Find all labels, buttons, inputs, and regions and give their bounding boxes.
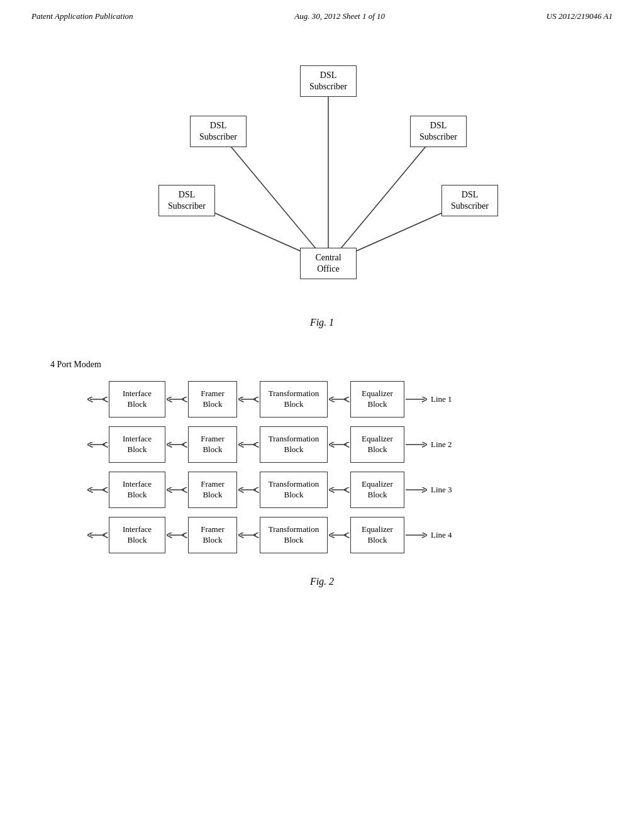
interface-block-1: InterfaceBlock bbox=[109, 381, 165, 418]
interface-block-4: InterfaceBlock bbox=[109, 517, 165, 553]
arrow-left-in-4 bbox=[86, 529, 109, 541]
framer-block-3: FramerBlock bbox=[188, 472, 237, 508]
node-top: DSLSubscriber bbox=[300, 65, 357, 97]
node-left2: DSLSubscriber bbox=[158, 185, 215, 216]
line-label-3: Line 3 bbox=[431, 485, 452, 495]
arrow-fr-tr-2 bbox=[237, 438, 260, 451]
modem-diagram: InterfaceBlock FramerBlock Transformatio… bbox=[86, 381, 558, 562]
arrow-fr-tr-3 bbox=[237, 484, 260, 496]
arrow-right-out-1 bbox=[404, 393, 427, 406]
interface-block-3: InterfaceBlock bbox=[109, 472, 165, 508]
fig1-diagram: DSLSubscriber DSLSubscriber DSLSubscribe… bbox=[140, 59, 504, 311]
transformation-block-2: TransformationBlock bbox=[260, 426, 328, 463]
arrow-if-fr-2 bbox=[165, 438, 188, 451]
fig1-label: Fig. 1 bbox=[310, 317, 334, 328]
equalizer-block-2: EqualizerBlock bbox=[350, 426, 404, 463]
arrow-tr-eq-3 bbox=[328, 484, 350, 496]
arrow-if-fr-3 bbox=[165, 484, 188, 496]
header-left: Patent Application Publication bbox=[31, 11, 133, 21]
line-label-4: Line 4 bbox=[431, 530, 452, 540]
framer-block-4: FramerBlock bbox=[188, 517, 237, 553]
arrow-tr-eq-4 bbox=[328, 529, 350, 541]
node-right1: DSLSubscriber bbox=[410, 116, 467, 147]
fig2-label: Fig. 2 bbox=[310, 576, 334, 587]
node-left1: DSLSubscriber bbox=[190, 116, 247, 147]
equalizer-block-3: EqualizerBlock bbox=[350, 472, 404, 508]
modem-row-4: InterfaceBlock FramerBlock Transformatio… bbox=[86, 517, 558, 553]
line-label-2: Line 2 bbox=[431, 440, 452, 450]
framer-block-2: FramerBlock bbox=[188, 426, 237, 463]
modem-row-1: InterfaceBlock FramerBlock Transformatio… bbox=[86, 381, 558, 418]
transformation-block-1: TransformationBlock bbox=[260, 381, 328, 418]
arrow-tr-eq-1 bbox=[328, 393, 350, 406]
fig2-title: 4 Port Modem bbox=[50, 360, 101, 370]
node-right2: DSLSubscriber bbox=[441, 185, 498, 216]
arrow-right-out-4 bbox=[404, 529, 427, 541]
modem-row-3: InterfaceBlock FramerBlock Transformatio… bbox=[86, 472, 558, 508]
svg-line-1 bbox=[218, 131, 328, 263]
line-label-1: Line 1 bbox=[431, 394, 452, 404]
node-center: CentralOffice bbox=[300, 248, 357, 279]
modem-row-2: InterfaceBlock FramerBlock Transformatio… bbox=[86, 426, 558, 463]
equalizer-block-1: EqualizerBlock bbox=[350, 381, 404, 418]
transformation-block-4: TransformationBlock bbox=[260, 517, 328, 553]
fig1-section: DSLSubscriber DSLSubscriber DSLSubscribe… bbox=[0, 59, 644, 328]
header-right: US 2012/219046 A1 bbox=[547, 11, 613, 21]
arrow-left-in-3 bbox=[86, 484, 109, 496]
arrow-tr-eq-2 bbox=[328, 438, 350, 451]
arrow-left-in-2 bbox=[86, 438, 109, 451]
transformation-block-3: TransformationBlock bbox=[260, 472, 328, 508]
arrow-right-out-2 bbox=[404, 438, 427, 451]
arrow-if-fr-1 bbox=[165, 393, 188, 406]
interface-block-2: InterfaceBlock bbox=[109, 426, 165, 463]
arrow-fr-tr-1 bbox=[237, 393, 260, 406]
equalizer-block-4: EqualizerBlock bbox=[350, 517, 404, 553]
page-header: Patent Application Publication Aug. 30, … bbox=[0, 0, 644, 28]
framer-block-1: FramerBlock bbox=[188, 381, 237, 418]
arrow-right-out-3 bbox=[404, 484, 427, 496]
arrow-fr-tr-4 bbox=[237, 529, 260, 541]
header-middle: Aug. 30, 2012 Sheet 1 of 10 bbox=[294, 11, 385, 21]
arrow-left-in-1 bbox=[86, 393, 109, 406]
fig2-section: 4 Port Modem InterfaceBlock FramerBlock bbox=[0, 360, 644, 587]
svg-line-2 bbox=[328, 131, 438, 263]
arrow-if-fr-4 bbox=[165, 529, 188, 541]
